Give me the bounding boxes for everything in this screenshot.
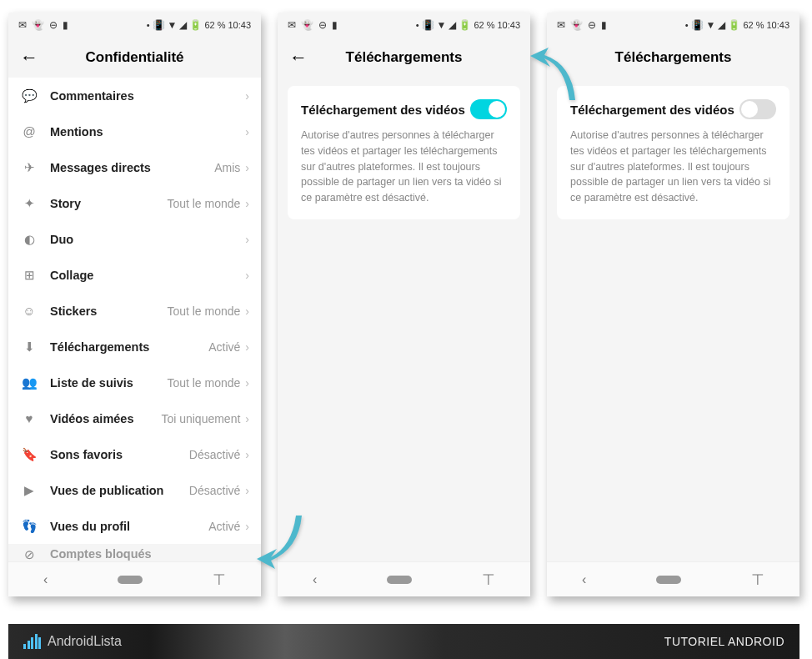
row-icon: ✦ [20, 196, 38, 211]
row-icon: @ [20, 124, 38, 138]
back-button[interactable]: ← [20, 47, 38, 68]
header: Téléchargements [547, 38, 799, 78]
footer-label: TUTORIEL ANDROID [664, 635, 784, 648]
list-item-label: Sons favoris [50, 448, 189, 461]
clock: 10:43 [228, 20, 251, 30]
list-item-label: Duo [50, 233, 245, 246]
nav-home-icon[interactable] [387, 576, 412, 584]
signal-icon: ◢ [718, 19, 725, 31]
list-item-label: Collage [50, 269, 245, 282]
dot-icon: • [685, 20, 689, 30]
nav-home-icon[interactable] [656, 576, 681, 584]
card-description: Autorise d'autres personnes à télécharge… [301, 128, 507, 206]
video-download-toggle[interactable] [739, 99, 776, 119]
row-icon: 💬 [20, 88, 38, 103]
card-description: Autorise d'autres personnes à télécharge… [570, 128, 776, 206]
status-bar: ✉ 👻 ⊖ ▮ • 📳 ▼ ◢ 🔋 62 % 10:43 [547, 13, 799, 38]
snapchat-icon: 👻 [570, 19, 583, 31]
page-title: Confidentialité [8, 49, 261, 66]
phone-screen-1: ✉ 👻 ⊖ ▮ • 📳 ▼ ◢ 🔋 62 % 10:43 ← Confident… [8, 13, 261, 596]
chevron-right-icon: › [245, 520, 249, 533]
phone-screen-2: ✉ 👻 ⊖ ▮ • 📳 ▼ ◢ 🔋 62 % 10:43 ← Télécharg… [278, 13, 530, 596]
page-title: Téléchargements [278, 49, 530, 66]
list-item[interactable]: 👣Vues du profilActivé› [8, 508, 261, 544]
chevron-right-icon: › [245, 484, 249, 497]
list-item[interactable]: @Mentions› [8, 113, 261, 149]
list-item-label: Mentions [50, 125, 245, 138]
video-download-toggle[interactable] [470, 99, 507, 119]
row-icon: ◐ [20, 232, 38, 247]
battery-percent: 62 % [743, 20, 764, 30]
battery-percent: 62 % [474, 20, 494, 30]
list-item-value: Tout le monde [167, 197, 240, 210]
nav-home-icon[interactable] [118, 576, 143, 584]
vibrate-icon: 📳 [153, 19, 165, 31]
sim-icon: ▮ [601, 19, 607, 31]
card-title: Téléchargement des vidéos [570, 103, 734, 117]
row-icon: ☺ [20, 304, 38, 318]
list-item[interactable]: 💬Commentaires› [8, 78, 261, 113]
chevron-right-icon: › [245, 233, 249, 246]
list-item[interactable]: ◐Duo› [8, 221, 261, 257]
nav-accessibility-icon[interactable]: ⊤ [751, 571, 764, 589]
list-item-value: Activé [208, 340, 240, 354]
list-item[interactable]: 🔖Sons favorisDésactivé› [8, 436, 261, 472]
row-icon: 👣 [20, 519, 38, 534]
row-icon: 🔖 [20, 447, 38, 462]
nav-accessibility-icon[interactable]: ⊤ [482, 571, 495, 589]
row-icon: ♥ [20, 411, 38, 425]
phone-screen-3: ✉ 👻 ⊖ ▮ • 📳 ▼ ◢ 🔋 62 % 10:43 Téléchargem… [547, 13, 799, 596]
list-item-value: Toi uniquement [161, 412, 240, 425]
list-item[interactable]: ▶Vues de publicationDésactivé› [8, 472, 261, 508]
page-title: Téléchargements [547, 49, 799, 66]
clock: 10:43 [766, 20, 789, 30]
wifi-icon: ▼ [437, 19, 447, 31]
list-item[interactable]: ☺StickersTout le monde› [8, 293, 261, 329]
logo-bars-icon [23, 634, 41, 649]
nav-bar: ‹ ⊤ [278, 561, 530, 596]
list-item-label: Commentaires [50, 89, 245, 103]
wifi-icon: ▼ [706, 19, 716, 31]
list-item[interactable]: ✈Messages directsAmis› [8, 149, 261, 185]
list-item-value: Amis [214, 161, 240, 174]
battery-percent: 62 % [204, 20, 225, 30]
wifi-icon: ▼ [168, 19, 178, 31]
flow-arrow-2 [524, 46, 582, 112]
vibrate-icon: 📳 [422, 19, 434, 31]
blocked-icon: ⊘ [20, 547, 38, 561]
chevron-right-icon: › [245, 376, 249, 390]
tutorial-footer: AndroidLista TUTORIEL ANDROID [8, 624, 799, 659]
row-icon: ▶ [20, 483, 38, 498]
list-item-cut[interactable]: ⊘ Comptes bloqués [8, 544, 261, 561]
battery-icon: 🔋 [728, 19, 740, 31]
nav-back-icon[interactable]: ‹ [43, 572, 48, 587]
list-item[interactable]: ⬇TéléchargementsActivé› [8, 329, 261, 365]
nav-back-icon[interactable]: ‹ [313, 572, 317, 587]
chevron-right-icon: › [245, 125, 249, 138]
back-button[interactable]: ← [289, 47, 308, 68]
list-item-value: Tout le monde [167, 376, 240, 390]
download-card: Téléchargement des vidéos Autorise d'aut… [288, 86, 520, 219]
list-item-label: Story [50, 197, 167, 210]
flow-arrow-1 [250, 509, 308, 579]
list-item[interactable]: ✦StoryTout le monde› [8, 185, 261, 221]
list-item[interactable]: ♥Vidéos aiméesToi uniquement› [8, 400, 261, 436]
list-item[interactable]: 👥Liste de suivisTout le monde› [8, 365, 261, 400]
signal-icon: ◢ [179, 19, 187, 31]
nav-bar: ‹ ⊤ [8, 561, 261, 596]
sim-icon: ▮ [332, 19, 338, 31]
minus-icon: ⊖ [588, 19, 596, 31]
footer-brand: AndroidLista [48, 634, 122, 649]
minus-icon: ⊖ [318, 19, 327, 31]
list-item-label: Messages directs [50, 161, 214, 174]
chevron-right-icon: › [245, 161, 249, 174]
header: ← Téléchargements [278, 38, 530, 78]
row-icon: ✈ [20, 160, 38, 175]
nav-back-icon[interactable]: ‹ [582, 572, 586, 587]
snapchat-icon: 👻 [301, 19, 313, 31]
list-item[interactable]: ⊞Collage› [8, 257, 261, 293]
list-item-label: Comptes bloqués [50, 547, 249, 561]
nav-accessibility-icon[interactable]: ⊤ [213, 571, 226, 589]
download-card: Téléchargement des vidéos Autorise d'aut… [557, 86, 789, 219]
status-bar: ✉ 👻 ⊖ ▮ • 📳 ▼ ◢ 🔋 62 % 10:43 [8, 13, 261, 38]
